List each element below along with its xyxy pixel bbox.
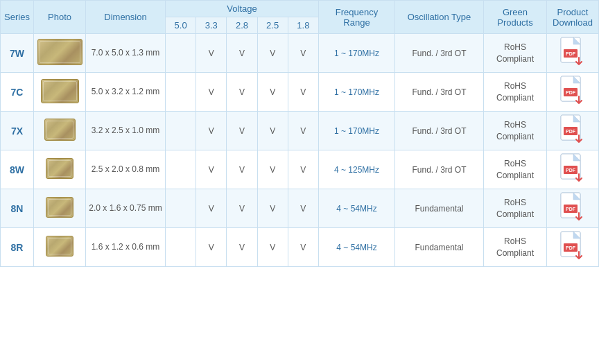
voltage-mark: V <box>209 49 214 58</box>
header-voltage: Voltage <box>166 1 319 17</box>
series-label: 7C <box>11 87 24 98</box>
dimension-text: 2.0 x 1.6 x 0.75 mm <box>89 203 162 213</box>
series-cell: 7W <box>1 34 34 73</box>
freq-text: 1 ~ 170MHz <box>334 87 379 97</box>
freq-cell: 4 ~ 54MHz <box>319 228 395 267</box>
dimension-text: 3.2 x 2.5 x 1.0 mm <box>92 125 160 135</box>
header-v25: 2.5 <box>257 17 288 34</box>
download-cell[interactable]: PDF <box>547 112 599 150</box>
dimension-cell: 1.6 x 1.2 x 0.6 mm <box>86 228 166 267</box>
voltage-mark: V <box>239 204 245 214</box>
voltage-mark: V <box>209 204 214 214</box>
header-v33: 3.3 <box>196 17 227 34</box>
green-text: RoHSCompliant <box>496 81 534 103</box>
header-series: Series <box>1 1 34 34</box>
voltage-mark: V <box>239 87 245 97</box>
voltage-mark: V <box>270 87 275 97</box>
voltage-mark: V <box>270 165 275 175</box>
header-dimension: Dimension <box>86 1 166 34</box>
green-text: RoHSCompliant <box>496 236 534 258</box>
series-cell: 7C <box>1 73 34 112</box>
table-row: 7X3.2 x 2.5 x 1.0 mmVVVV1 ~ 170MHzFund. … <box>1 112 599 150</box>
freq-text: 4 ~ 125MHz <box>334 165 379 175</box>
v33-cell: V <box>196 150 227 189</box>
v18-cell: V <box>288 112 318 150</box>
header-green: Green Products <box>484 1 547 34</box>
v28-cell: V <box>227 228 257 267</box>
v18-cell: V <box>288 150 318 189</box>
download-cell[interactable]: PDF <box>547 73 599 112</box>
v50-cell <box>166 34 196 73</box>
header-download: Product Download <box>547 1 599 34</box>
voltage-mark: V <box>270 243 275 252</box>
v25-cell: V <box>257 189 288 228</box>
voltage-mark: V <box>300 87 306 97</box>
v28-cell: V <box>227 73 257 112</box>
v18-cell: V <box>288 228 318 267</box>
pdf-download-icon[interactable]: PDF <box>559 114 586 145</box>
header-freq: Frequency Range <box>319 1 395 34</box>
voltage-mark: V <box>300 165 306 175</box>
header-photo: Photo <box>34 1 86 34</box>
series-cell: 8W <box>1 150 34 189</box>
pdf-download-icon[interactable]: PDF <box>559 231 586 261</box>
green-text: RoHSCompliant <box>496 159 534 180</box>
photo-cell <box>34 189 86 228</box>
osc-text: Fund. / 3rd OT <box>412 165 466 175</box>
v50-cell <box>166 189 196 228</box>
freq-cell: 1 ~ 170MHz <box>319 73 395 112</box>
photo-cell <box>34 34 86 73</box>
pdf-download-icon[interactable]: PDF <box>559 37 586 67</box>
header-v28: 2.8 <box>227 17 257 34</box>
green-cell: RoHSCompliant <box>484 73 547 112</box>
table-row: 8W2.5 x 2.0 x 0.8 mmVVVV4 ~ 125MHzFund. … <box>1 150 599 189</box>
green-text: RoHSCompliant <box>496 198 534 219</box>
freq-cell: 1 ~ 170MHz <box>319 34 395 73</box>
osc-text: Fund. / 3rd OT <box>412 126 466 136</box>
series-cell: 8N <box>1 189 34 228</box>
photo-cell <box>34 150 86 189</box>
voltage-mark: V <box>239 49 245 58</box>
osc-cell: Fund. / 3rd OT <box>395 73 484 112</box>
svg-text:PDF: PDF <box>566 245 576 250</box>
green-cell: RoHSCompliant <box>484 189 547 228</box>
v28-cell: V <box>227 150 257 189</box>
v28-cell: V <box>227 189 257 228</box>
voltage-mark: V <box>300 204 306 214</box>
voltage-mark: V <box>209 87 214 97</box>
download-cell[interactable]: PDF <box>547 228 599 267</box>
chip-image <box>46 197 73 218</box>
freq-cell: 4 ~ 54MHz <box>319 189 395 228</box>
dimension-text: 1.6 x 1.2 x 0.6 mm <box>92 242 160 252</box>
header-osc: Oscillation Type <box>395 1 484 34</box>
series-label: 8W <box>10 164 24 175</box>
dimension-cell: 5.0 x 3.2 x 1.2 mm <box>86 73 166 112</box>
download-cell[interactable]: PDF <box>547 189 599 228</box>
pdf-download-icon[interactable]: PDF <box>559 192 586 223</box>
pdf-download-icon[interactable]: PDF <box>559 76 586 106</box>
series-label: 8N <box>11 203 24 214</box>
voltage-mark: V <box>209 126 214 136</box>
green-cell: RoHSCompliant <box>484 34 547 73</box>
photo-cell <box>34 228 86 267</box>
download-cell[interactable]: PDF <box>547 34 599 73</box>
green-text: RoHSCompliant <box>496 42 534 64</box>
series-label: 7W <box>10 48 24 59</box>
svg-text:PDF: PDF <box>566 168 576 173</box>
v33-cell: V <box>196 228 227 267</box>
osc-text: Fundamental <box>415 204 463 214</box>
v25-cell: V <box>257 228 288 267</box>
v25-cell: V <box>257 34 288 73</box>
v25-cell: V <box>257 112 288 150</box>
freq-text: 1 ~ 170MHz <box>334 49 379 58</box>
voltage-mark: V <box>300 49 306 58</box>
chip-image <box>37 39 83 65</box>
v18-cell: V <box>288 34 318 73</box>
chip-image <box>41 79 79 103</box>
v18-cell: V <box>288 73 318 112</box>
green-cell: RoHSCompliant <box>484 228 547 267</box>
photo-cell <box>34 112 86 150</box>
download-cell[interactable]: PDF <box>547 150 599 189</box>
pdf-download-icon[interactable]: PDF <box>559 153 586 184</box>
freq-text: 4 ~ 54MHz <box>336 204 376 214</box>
